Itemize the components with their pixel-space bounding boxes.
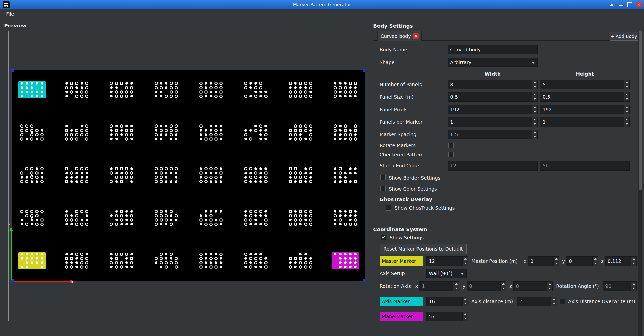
marker[interactable]	[153, 81, 180, 98]
spin-down-icon[interactable]	[532, 134, 537, 139]
rotation-angle-spinbox[interactable]: 90	[603, 281, 637, 291]
marker[interactable]	[18, 124, 46, 141]
rotate-markers-checkbox[interactable]	[448, 143, 454, 148]
marker[interactable]	[242, 81, 269, 98]
spin-up-icon[interactable]	[463, 297, 468, 301]
spin-up-icon[interactable]	[624, 105, 629, 110]
start-code-input[interactable]: 12	[448, 161, 538, 171]
marker[interactable]	[63, 252, 90, 269]
marker[interactable]	[197, 209, 224, 226]
marker[interactable]	[108, 124, 135, 141]
spin-down-icon[interactable]	[532, 122, 537, 127]
spin-down-icon[interactable]	[532, 85, 537, 89]
show-border-settings-checkbox[interactable]	[380, 175, 386, 180]
spin-up-icon[interactable]	[593, 257, 598, 261]
master-position-z-spinbox[interactable]: 0.112	[605, 256, 637, 266]
marker[interactable]	[18, 209, 46, 226]
tab-curved-body[interactable]: Curved body ✕	[377, 31, 422, 41]
spin-up-icon[interactable]	[532, 130, 537, 134]
spin-down-icon[interactable]	[554, 261, 559, 266]
marker[interactable]	[332, 124, 359, 141]
marker[interactable]	[332, 209, 359, 226]
marker[interactable]	[287, 124, 314, 141]
marker[interactable]	[332, 167, 359, 183]
marker[interactable]	[287, 252, 314, 269]
scrollbar-thumb[interactable]	[639, 31, 642, 190]
show-settings-checkbox[interactable]	[381, 235, 386, 240]
axis-marker[interactable]	[18, 81, 46, 98]
marker[interactable]	[287, 209, 314, 226]
marker[interactable]	[153, 209, 180, 226]
spin-down-icon[interactable]	[624, 110, 629, 114]
spin-up-icon[interactable]	[453, 282, 459, 286]
marker[interactable]	[287, 167, 314, 183]
spin-up-icon[interactable]	[501, 282, 506, 286]
spin-up-icon[interactable]	[551, 297, 557, 301]
panel-size-height-spinbox[interactable]: 0.5	[540, 92, 630, 102]
spin-up-icon[interactable]	[624, 117, 629, 122]
spin-up-icon[interactable]	[532, 105, 537, 110]
panels-width-spinbox[interactable]: 8	[448, 80, 538, 89]
marker[interactable]	[108, 252, 135, 269]
checkered-pattern-checkbox[interactable]	[448, 152, 454, 157]
marker[interactable]	[242, 252, 269, 269]
vertical-scrollbar[interactable]	[638, 31, 642, 336]
spin-down-icon[interactable]	[624, 97, 629, 101]
canvas-corner-handle[interactable]	[11, 279, 14, 282]
spin-up-icon[interactable]	[463, 312, 468, 316]
panels-per-marker-height-spinbox[interactable]: 1	[540, 117, 630, 127]
master-position-y-spinbox[interactable]: 0	[566, 256, 598, 266]
add-body-button[interactable]: + Add Body	[610, 32, 638, 41]
body-name-input[interactable]: Curved body	[448, 45, 538, 54]
spin-down-icon[interactable]	[501, 286, 506, 291]
marker[interactable]	[197, 124, 224, 141]
marker-spacing-spinbox[interactable]: 1.5	[448, 130, 538, 139]
spin-down-icon[interactable]	[463, 316, 468, 321]
marker[interactable]	[153, 167, 180, 183]
marker[interactable]	[197, 81, 224, 98]
marker[interactable]	[153, 252, 180, 269]
plane-marker[interactable]	[332, 252, 359, 269]
spin-down-icon[interactable]	[551, 301, 557, 306]
canvas-corner-handle[interactable]	[363, 279, 365, 282]
marker[interactable]	[197, 167, 224, 183]
panel-pixels-height-spinbox[interactable]: 192	[540, 105, 630, 114]
axis-marker-spinbox[interactable]: 16	[426, 297, 468, 306]
spin-down-icon[interactable]	[631, 286, 636, 291]
spin-down-icon[interactable]	[532, 110, 537, 114]
spin-up-icon[interactable]	[631, 257, 636, 261]
rotation-axis-y-spinbox[interactable]: 0	[467, 281, 506, 291]
panels-per-marker-width-spinbox[interactable]: 1	[448, 117, 538, 127]
canvas-corner-handle[interactable]	[363, 69, 365, 72]
spin-up-icon[interactable]	[532, 117, 537, 122]
canvas-corner-handle[interactable]	[11, 69, 14, 72]
marker[interactable]	[287, 81, 314, 98]
marker[interactable]	[242, 167, 269, 183]
axis-distance-overwrite-checkbox[interactable]	[560, 299, 565, 304]
master-marker[interactable]	[18, 252, 46, 269]
spin-down-icon[interactable]	[624, 122, 629, 127]
marker[interactable]	[108, 167, 135, 183]
marker[interactable]	[197, 252, 224, 269]
spin-down-icon[interactable]	[463, 261, 468, 266]
spin-down-icon[interactable]	[624, 85, 629, 89]
axis-setup-dropdown[interactable]: Wall (90°)	[426, 269, 467, 278]
panel-size-width-spinbox[interactable]: 0.5	[448, 92, 538, 102]
menu-file[interactable]: File	[4, 9, 16, 19]
spin-up-icon[interactable]	[463, 257, 468, 261]
marker[interactable]	[18, 167, 46, 183]
spin-down-icon[interactable]	[463, 301, 468, 306]
spin-up-icon[interactable]	[624, 92, 629, 97]
marker[interactable]	[63, 81, 90, 98]
spin-up-icon[interactable]	[532, 80, 537, 85]
spin-up-icon[interactable]	[554, 257, 559, 261]
marker[interactable]	[242, 124, 269, 141]
panels-height-spinbox[interactable]: 5	[540, 80, 630, 89]
marker[interactable]	[332, 81, 359, 98]
rotation-axis-z-spinbox[interactable]: 0	[513, 281, 553, 291]
axis-distance-spinbox[interactable]: 2	[517, 297, 557, 306]
tab-close-icon[interactable]: ✕	[413, 33, 419, 39]
marker[interactable]	[242, 209, 269, 226]
spin-up-icon[interactable]	[631, 282, 636, 286]
spin-down-icon[interactable]	[453, 286, 459, 291]
